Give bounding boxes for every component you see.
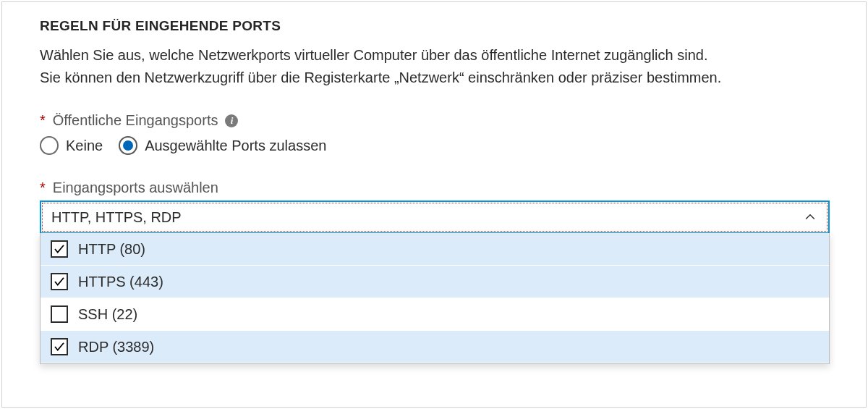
public-ports-label: Öffentliche Eingangsports xyxy=(53,112,218,129)
description-line-1: Wählen Sie aus, welche Netzwerkports vir… xyxy=(40,47,707,63)
radio-button xyxy=(40,136,59,155)
public-ports-radio-group: Keine Ausgewählte Ports zulassen xyxy=(40,136,828,155)
select-ports-combobox-header[interactable]: HTTP, HTTPS, RDP xyxy=(40,201,830,234)
checkbox xyxy=(51,305,68,323)
info-icon[interactable]: i xyxy=(225,114,238,127)
port-option-label: SSH (22) xyxy=(78,306,137,323)
port-option-label: RDP (3389) xyxy=(78,339,154,355)
radio-button xyxy=(119,136,137,155)
required-indicator: * xyxy=(40,112,46,129)
description-line-2: Sie können den Netzwerkzugriff über die … xyxy=(40,69,721,85)
radio-option-allow-selected[interactable]: Ausgewählte Ports zulassen xyxy=(119,136,326,155)
port-option-http[interactable]: HTTP (80) xyxy=(41,233,829,266)
checkbox xyxy=(51,338,68,355)
section-title: REGELN FÜR EINGEHENDE PORTS xyxy=(40,18,828,34)
checkbox xyxy=(51,240,68,258)
radio-option-none[interactable]: Keine xyxy=(40,136,103,155)
radio-label-none: Keine xyxy=(66,138,103,154)
radio-label-allow-selected: Ausgewählte Ports zulassen xyxy=(145,138,326,154)
required-indicator: * xyxy=(40,180,46,196)
port-option-ssh[interactable]: SSH (22) xyxy=(41,298,829,331)
chevron-up-icon xyxy=(802,209,818,225)
select-ports-summary: HTTP, HTTPS, RDP xyxy=(51,209,182,226)
select-ports-dropdown: HTTP (80) HTTPS (443) SSH (22) RDP (3389… xyxy=(40,233,830,364)
port-option-https[interactable]: HTTPS (443) xyxy=(41,266,829,298)
checkbox xyxy=(51,273,68,290)
port-option-label: HTTP (80) xyxy=(78,241,145,258)
port-option-label: HTTPS (443) xyxy=(78,274,163,290)
select-ports-label: Eingangsports auswählen xyxy=(53,180,218,196)
port-option-rdp[interactable]: RDP (3389) xyxy=(41,331,829,363)
public-ports-label-row: * Öffentliche Eingangsports i xyxy=(40,112,828,129)
select-ports-label-row: * Eingangsports auswählen xyxy=(40,180,828,196)
select-ports-combobox: HTTP, HTTPS, RDP HTTP (80) HTTPS (443) xyxy=(40,201,830,364)
section-description: Wählen Sie aus, welche Netzwerkports vir… xyxy=(40,44,828,89)
inbound-port-rules-panel: REGELN FÜR EINGEHENDE PORTS Wählen Sie a… xyxy=(1,1,867,408)
